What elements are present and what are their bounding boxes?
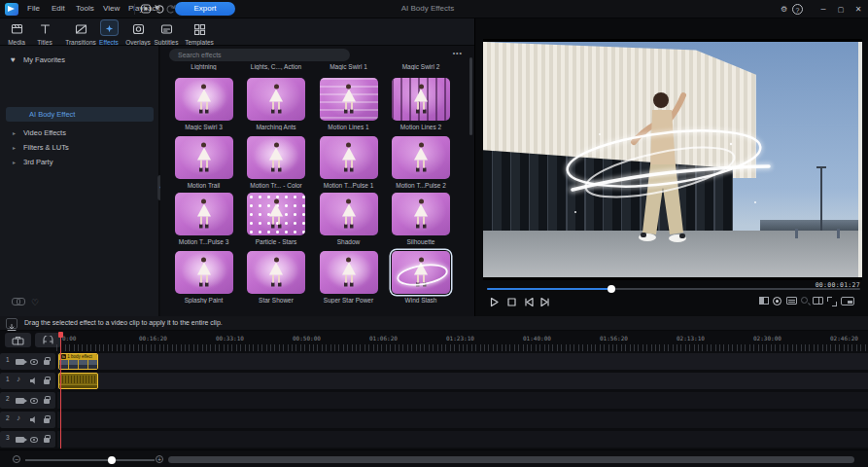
track-number: 1 xyxy=(6,376,10,382)
seek-bar-handle[interactable] xyxy=(608,285,615,293)
tab-templates[interactable]: Templates xyxy=(177,20,222,45)
effect-card[interactable]: Particle - Stars xyxy=(244,193,309,245)
effect-card[interactable]: Super Star Power xyxy=(316,251,381,304)
effect-card[interactable]: Star Shower xyxy=(244,251,309,304)
lock-icon[interactable] xyxy=(44,418,50,423)
effect-label[interactable]: Magic Swirl 2 xyxy=(389,63,454,70)
heart-outline-icon[interactable]: ♡ xyxy=(31,298,39,307)
effect-card[interactable]: Magic Swirl 3 xyxy=(171,78,236,130)
effect-label[interactable]: Lightning xyxy=(171,63,236,70)
track-header-audio-1: 1 ♪ xyxy=(0,373,55,389)
track-lane-audio-2[interactable] xyxy=(57,412,868,428)
effect-label[interactable]: Lights, C..., Action xyxy=(244,63,309,70)
display-settings-icon[interactable] xyxy=(786,297,797,305)
effect-card[interactable]: Motion Trail xyxy=(171,136,236,189)
fx-badge: fx xyxy=(61,354,66,359)
effect-card[interactable]: Marching Ants xyxy=(244,78,309,130)
search-input[interactable] xyxy=(169,49,350,61)
effect-thumbnail xyxy=(392,193,450,235)
effect-card[interactable]: Splashy Paint xyxy=(171,251,236,304)
chevron-right-icon: ▸ xyxy=(13,141,16,155)
export-button[interactable]: Export xyxy=(175,2,235,16)
lock-icon[interactable] xyxy=(44,438,50,443)
sidebar-item-label: Filters & LUTs xyxy=(23,141,69,155)
next-frame-icon[interactable] xyxy=(538,295,551,307)
effect-label[interactable]: Magic Swirl 1 xyxy=(316,63,381,70)
play-icon[interactable] xyxy=(488,295,501,307)
track-lane-audio-1[interactable] xyxy=(57,373,868,389)
more-options-button[interactable]: ••• xyxy=(453,50,463,56)
menu-file[interactable]: File xyxy=(27,4,40,13)
volume-icon[interactable] xyxy=(30,377,38,384)
ruler-label: 00:33:10 xyxy=(216,335,244,341)
effects-icon xyxy=(101,20,118,35)
track-lane-video-1[interactable] xyxy=(57,353,868,370)
dancer-figure xyxy=(197,199,211,230)
timeline-horizontal-scrollbar[interactable] xyxy=(168,456,854,463)
track-header-video-2: 2 xyxy=(0,392,55,409)
minimize-icon[interactable]: – xyxy=(816,3,830,16)
chevron-right-icon: ▸ xyxy=(13,156,16,169)
visibility-eye-icon[interactable] xyxy=(30,398,38,404)
color-compare-icon[interactable] xyxy=(759,297,769,305)
timeline-clip-video[interactable]: fx1 body effect xyxy=(58,353,98,370)
track-lane-video-3[interactable] xyxy=(57,431,868,448)
preview-quality-icon[interactable] xyxy=(841,297,854,305)
effect-thumbnail xyxy=(392,78,450,121)
link-icon[interactable] xyxy=(12,298,23,305)
previous-frame-icon[interactable] xyxy=(523,295,536,307)
timeline-zoom-handle[interactable] xyxy=(108,456,116,464)
sidebar-item-my-favorites[interactable]: ♥ My Favorites xyxy=(0,54,159,67)
effects-scrollbar[interactable] xyxy=(469,57,472,135)
lock-icon[interactable] xyxy=(44,399,50,404)
effect-card[interactable]: Motion Tr... - Color xyxy=(244,136,309,189)
timeline-ruler[interactable] xyxy=(56,344,868,351)
effect-card[interactable]: Motion Lines 1 xyxy=(316,78,381,130)
dancer-figure xyxy=(414,258,428,288)
fullscreen-icon[interactable] xyxy=(827,297,837,306)
visibility-eye-icon[interactable] xyxy=(30,359,38,365)
effect-card[interactable]: Motion T...Pulse 1 xyxy=(316,136,381,189)
stop-icon[interactable] xyxy=(505,295,518,307)
record-icon[interactable] xyxy=(773,297,781,305)
settings-gear-icon[interactable]: ⚙ xyxy=(779,4,789,15)
close-icon[interactable]: ✕ xyxy=(851,3,865,16)
sidebar-item-label: My Favorites xyxy=(23,54,65,67)
effect-card[interactable]: Silhouette xyxy=(389,193,454,245)
heart-icon: ♥ xyxy=(11,54,16,67)
timeline-zoom-slider[interactable] xyxy=(25,459,155,461)
toolbox-button[interactable] xyxy=(5,333,31,347)
sidebar-item-video-effects[interactable]: ▸ Video Effects xyxy=(0,126,159,140)
effect-card[interactable]: Shadow xyxy=(316,193,381,245)
ruler-label: 01:06:20 xyxy=(369,335,398,341)
zoom-in-icon[interactable]: + xyxy=(156,455,163,463)
zoom-out-icon[interactable]: − xyxy=(13,455,20,463)
undo-icon[interactable] xyxy=(154,3,165,15)
menu-view[interactable]: View xyxy=(103,4,120,13)
sidebar-item-3rd-party[interactable]: ▸ 3rd Party xyxy=(0,156,159,169)
effect-card[interactable]: Motion T...Pulse 2 xyxy=(389,136,454,189)
lock-icon[interactable] xyxy=(44,379,50,384)
help-icon[interactable]: ? xyxy=(792,4,803,15)
track-lane-video-2[interactable] xyxy=(57,392,868,409)
effect-label: Star Shower xyxy=(244,297,309,304)
effects-category-sidebar: ♥ My Favorites AI Body Effect ▸ Video Ef… xyxy=(0,46,159,316)
app-window: File Edit Tools View Playback Export AI … xyxy=(0,0,868,467)
maximize-icon[interactable]: ▢ xyxy=(834,3,848,16)
effect-card[interactable]: Motion T...Pulse 3 xyxy=(171,193,236,245)
volume-icon[interactable] xyxy=(30,416,38,423)
lock-icon[interactable] xyxy=(44,360,50,365)
effect-card[interactable]: Motion Lines 2 xyxy=(389,78,454,130)
effect-card-selected[interactable]: Wind Slash xyxy=(389,251,454,304)
track-header-audio-2: 2 ♪ xyxy=(0,412,55,428)
sidebar-item-filters-luts[interactable]: ▸ Filters & LUTs xyxy=(0,141,159,155)
dancer-with-wind-slash-effect xyxy=(483,42,862,277)
sidebar-item-ai-body-effect[interactable]: AI Body Effect xyxy=(6,107,154,122)
menu-edit[interactable]: Edit xyxy=(52,4,65,13)
split-screen-icon[interactable] xyxy=(813,297,823,305)
menu-tools[interactable]: Tools xyxy=(76,4,94,13)
layout-switch-icon[interactable] xyxy=(140,3,152,15)
preview-zoom-icon[interactable] xyxy=(801,297,808,304)
timeline-clip-audio[interactable] xyxy=(58,373,98,389)
visibility-eye-icon[interactable] xyxy=(30,437,38,443)
